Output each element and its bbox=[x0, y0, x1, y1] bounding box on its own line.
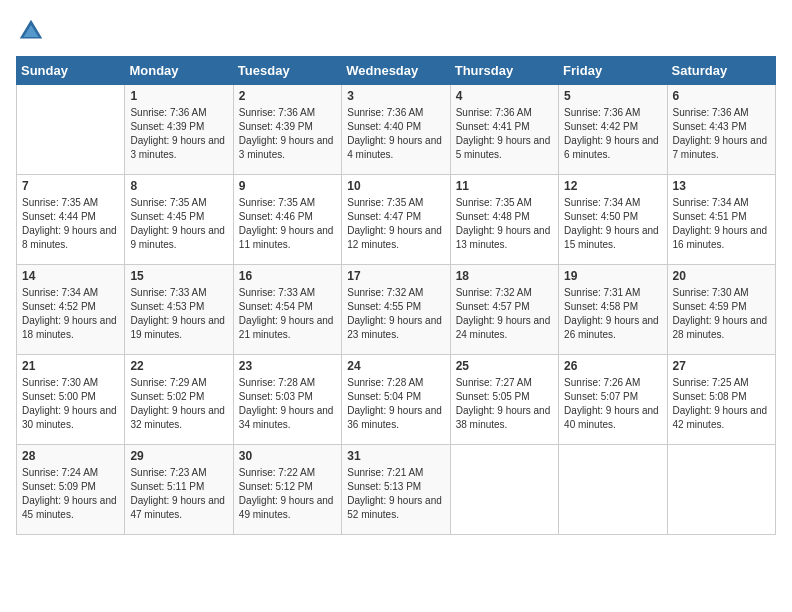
day-cell: 15Sunrise: 7:33 AM Sunset: 4:53 PM Dayli… bbox=[125, 265, 233, 355]
column-header-sunday: Sunday bbox=[17, 57, 125, 85]
day-cell: 20Sunrise: 7:30 AM Sunset: 4:59 PM Dayli… bbox=[667, 265, 775, 355]
day-cell: 17Sunrise: 7:32 AM Sunset: 4:55 PM Dayli… bbox=[342, 265, 450, 355]
day-cell: 10Sunrise: 7:35 AM Sunset: 4:47 PM Dayli… bbox=[342, 175, 450, 265]
day-cell: 13Sunrise: 7:34 AM Sunset: 4:51 PM Dayli… bbox=[667, 175, 775, 265]
day-cell: 16Sunrise: 7:33 AM Sunset: 4:54 PM Dayli… bbox=[233, 265, 341, 355]
day-info: Sunrise: 7:27 AM Sunset: 5:05 PM Dayligh… bbox=[456, 376, 553, 432]
day-info: Sunrise: 7:21 AM Sunset: 5:13 PM Dayligh… bbox=[347, 466, 444, 522]
day-number: 29 bbox=[130, 449, 227, 463]
day-number: 14 bbox=[22, 269, 119, 283]
logo-icon bbox=[16, 16, 46, 46]
day-number: 6 bbox=[673, 89, 770, 103]
day-info: Sunrise: 7:36 AM Sunset: 4:39 PM Dayligh… bbox=[239, 106, 336, 162]
day-cell: 25Sunrise: 7:27 AM Sunset: 5:05 PM Dayli… bbox=[450, 355, 558, 445]
day-info: Sunrise: 7:36 AM Sunset: 4:42 PM Dayligh… bbox=[564, 106, 661, 162]
day-number: 2 bbox=[239, 89, 336, 103]
day-number: 15 bbox=[130, 269, 227, 283]
day-cell bbox=[667, 445, 775, 535]
day-info: Sunrise: 7:35 AM Sunset: 4:48 PM Dayligh… bbox=[456, 196, 553, 252]
day-number: 4 bbox=[456, 89, 553, 103]
day-number: 22 bbox=[130, 359, 227, 373]
day-cell: 5Sunrise: 7:36 AM Sunset: 4:42 PM Daylig… bbox=[559, 85, 667, 175]
day-cell: 9Sunrise: 7:35 AM Sunset: 4:46 PM Daylig… bbox=[233, 175, 341, 265]
day-cell bbox=[17, 85, 125, 175]
day-cell: 28Sunrise: 7:24 AM Sunset: 5:09 PM Dayli… bbox=[17, 445, 125, 535]
day-cell: 19Sunrise: 7:31 AM Sunset: 4:58 PM Dayli… bbox=[559, 265, 667, 355]
day-info: Sunrise: 7:24 AM Sunset: 5:09 PM Dayligh… bbox=[22, 466, 119, 522]
column-header-monday: Monday bbox=[125, 57, 233, 85]
day-info: Sunrise: 7:25 AM Sunset: 5:08 PM Dayligh… bbox=[673, 376, 770, 432]
column-header-tuesday: Tuesday bbox=[233, 57, 341, 85]
day-info: Sunrise: 7:29 AM Sunset: 5:02 PM Dayligh… bbox=[130, 376, 227, 432]
day-info: Sunrise: 7:36 AM Sunset: 4:40 PM Dayligh… bbox=[347, 106, 444, 162]
day-number: 8 bbox=[130, 179, 227, 193]
day-info: Sunrise: 7:23 AM Sunset: 5:11 PM Dayligh… bbox=[130, 466, 227, 522]
day-number: 10 bbox=[347, 179, 444, 193]
day-info: Sunrise: 7:28 AM Sunset: 5:04 PM Dayligh… bbox=[347, 376, 444, 432]
day-cell: 31Sunrise: 7:21 AM Sunset: 5:13 PM Dayli… bbox=[342, 445, 450, 535]
day-number: 23 bbox=[239, 359, 336, 373]
day-info: Sunrise: 7:28 AM Sunset: 5:03 PM Dayligh… bbox=[239, 376, 336, 432]
day-number: 26 bbox=[564, 359, 661, 373]
day-number: 9 bbox=[239, 179, 336, 193]
day-number: 27 bbox=[673, 359, 770, 373]
day-info: Sunrise: 7:35 AM Sunset: 4:44 PM Dayligh… bbox=[22, 196, 119, 252]
day-info: Sunrise: 7:31 AM Sunset: 4:58 PM Dayligh… bbox=[564, 286, 661, 342]
day-cell: 7Sunrise: 7:35 AM Sunset: 4:44 PM Daylig… bbox=[17, 175, 125, 265]
day-number: 7 bbox=[22, 179, 119, 193]
day-info: Sunrise: 7:30 AM Sunset: 5:00 PM Dayligh… bbox=[22, 376, 119, 432]
week-row-4: 21Sunrise: 7:30 AM Sunset: 5:00 PM Dayli… bbox=[17, 355, 776, 445]
day-cell: 23Sunrise: 7:28 AM Sunset: 5:03 PM Dayli… bbox=[233, 355, 341, 445]
column-header-thursday: Thursday bbox=[450, 57, 558, 85]
day-cell: 3Sunrise: 7:36 AM Sunset: 4:40 PM Daylig… bbox=[342, 85, 450, 175]
day-info: Sunrise: 7:30 AM Sunset: 4:59 PM Dayligh… bbox=[673, 286, 770, 342]
day-info: Sunrise: 7:35 AM Sunset: 4:47 PM Dayligh… bbox=[347, 196, 444, 252]
day-number: 17 bbox=[347, 269, 444, 283]
day-info: Sunrise: 7:33 AM Sunset: 4:54 PM Dayligh… bbox=[239, 286, 336, 342]
day-number: 1 bbox=[130, 89, 227, 103]
week-row-5: 28Sunrise: 7:24 AM Sunset: 5:09 PM Dayli… bbox=[17, 445, 776, 535]
day-number: 30 bbox=[239, 449, 336, 463]
day-info: Sunrise: 7:32 AM Sunset: 4:55 PM Dayligh… bbox=[347, 286, 444, 342]
day-cell: 22Sunrise: 7:29 AM Sunset: 5:02 PM Dayli… bbox=[125, 355, 233, 445]
day-cell: 1Sunrise: 7:36 AM Sunset: 4:39 PM Daylig… bbox=[125, 85, 233, 175]
column-header-saturday: Saturday bbox=[667, 57, 775, 85]
day-number: 12 bbox=[564, 179, 661, 193]
day-cell: 26Sunrise: 7:26 AM Sunset: 5:07 PM Dayli… bbox=[559, 355, 667, 445]
day-number: 25 bbox=[456, 359, 553, 373]
column-header-friday: Friday bbox=[559, 57, 667, 85]
day-number: 3 bbox=[347, 89, 444, 103]
day-cell: 30Sunrise: 7:22 AM Sunset: 5:12 PM Dayli… bbox=[233, 445, 341, 535]
day-info: Sunrise: 7:35 AM Sunset: 4:45 PM Dayligh… bbox=[130, 196, 227, 252]
day-cell: 2Sunrise: 7:36 AM Sunset: 4:39 PM Daylig… bbox=[233, 85, 341, 175]
day-info: Sunrise: 7:34 AM Sunset: 4:50 PM Dayligh… bbox=[564, 196, 661, 252]
day-cell bbox=[450, 445, 558, 535]
day-info: Sunrise: 7:34 AM Sunset: 4:52 PM Dayligh… bbox=[22, 286, 119, 342]
day-info: Sunrise: 7:32 AM Sunset: 4:57 PM Dayligh… bbox=[456, 286, 553, 342]
column-header-wednesday: Wednesday bbox=[342, 57, 450, 85]
day-number: 21 bbox=[22, 359, 119, 373]
day-cell: 29Sunrise: 7:23 AM Sunset: 5:11 PM Dayli… bbox=[125, 445, 233, 535]
day-cell: 27Sunrise: 7:25 AM Sunset: 5:08 PM Dayli… bbox=[667, 355, 775, 445]
day-info: Sunrise: 7:22 AM Sunset: 5:12 PM Dayligh… bbox=[239, 466, 336, 522]
day-info: Sunrise: 7:36 AM Sunset: 4:39 PM Dayligh… bbox=[130, 106, 227, 162]
day-cell: 14Sunrise: 7:34 AM Sunset: 4:52 PM Dayli… bbox=[17, 265, 125, 355]
week-row-3: 14Sunrise: 7:34 AM Sunset: 4:52 PM Dayli… bbox=[17, 265, 776, 355]
logo bbox=[16, 16, 50, 46]
day-number: 18 bbox=[456, 269, 553, 283]
day-cell: 4Sunrise: 7:36 AM Sunset: 4:41 PM Daylig… bbox=[450, 85, 558, 175]
day-info: Sunrise: 7:26 AM Sunset: 5:07 PM Dayligh… bbox=[564, 376, 661, 432]
week-row-1: 1Sunrise: 7:36 AM Sunset: 4:39 PM Daylig… bbox=[17, 85, 776, 175]
day-cell bbox=[559, 445, 667, 535]
day-number: 11 bbox=[456, 179, 553, 193]
day-cell: 12Sunrise: 7:34 AM Sunset: 4:50 PM Dayli… bbox=[559, 175, 667, 265]
day-cell: 24Sunrise: 7:28 AM Sunset: 5:04 PM Dayli… bbox=[342, 355, 450, 445]
day-number: 16 bbox=[239, 269, 336, 283]
day-info: Sunrise: 7:36 AM Sunset: 4:43 PM Dayligh… bbox=[673, 106, 770, 162]
calendar-header-row: SundayMondayTuesdayWednesdayThursdayFrid… bbox=[17, 57, 776, 85]
day-cell: 18Sunrise: 7:32 AM Sunset: 4:57 PM Dayli… bbox=[450, 265, 558, 355]
day-cell: 6Sunrise: 7:36 AM Sunset: 4:43 PM Daylig… bbox=[667, 85, 775, 175]
page-header bbox=[16, 16, 776, 46]
day-number: 13 bbox=[673, 179, 770, 193]
day-cell: 11Sunrise: 7:35 AM Sunset: 4:48 PM Dayli… bbox=[450, 175, 558, 265]
